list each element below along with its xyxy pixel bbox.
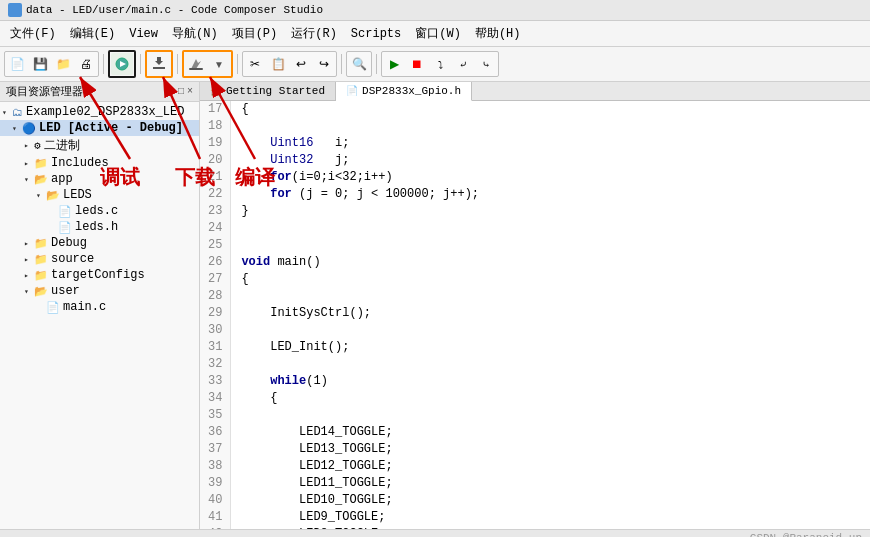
compile-button[interactable]: ▼ [208,53,230,75]
folder-icon: 📁 [34,157,48,170]
tree-item-leds-c[interactable]: 📄 leds.c [0,203,199,219]
tree-item-includes[interactable]: ▸ 📁 Includes [0,155,199,171]
code-line-26: void main() [241,254,860,271]
code-line-19: Uint16 i; [241,135,860,152]
cut-button[interactable]: ✂ [244,53,266,75]
binary-icon: ⚙ [34,139,41,152]
menu-navigate[interactable]: 导航(N) [166,23,224,44]
code-line-35 [241,407,860,424]
menu-help[interactable]: 帮助(H) [469,23,527,44]
arrow-icon: ▸ [24,141,32,150]
tab-label: DSP2833x_Gpio.h [362,85,461,97]
tab-dsp-gpio[interactable]: 📄 DSP2833x_Gpio.h [336,82,472,101]
close-icon[interactable]: × [187,86,193,97]
code-line-42: LED8_TOGGLE; [241,526,860,529]
editor-content[interactable]: 17 18 19 20 21 22 23 24 25 26 27 28 29 3… [200,101,870,529]
led-project-icon: 🔵 [22,122,36,135]
tree-item-debug-folder[interactable]: ▸ 📁 Debug [0,235,199,251]
toolbar-download-group [145,50,173,78]
menu-view[interactable]: View [123,25,164,43]
project-icon: 🗂 [12,106,23,119]
code-line-29: InitSysCtrl(); [241,305,860,322]
new-button[interactable]: 📄 [6,53,28,75]
save-button[interactable]: 💾 [29,53,51,75]
tree-item-binary[interactable]: ▸ ⚙ 二进制 [0,136,199,155]
tree-item-app[interactable]: ▾ 📂 app [0,171,199,187]
step-over-button[interactable]: ⤵ [429,53,451,75]
arrow-icon: ▾ [36,191,44,200]
toolbar-file-group: 📄 💾 📁 🖨 [4,51,99,77]
left-panel: 项目资源管理器 — □ × ▾ 🗂 Example02_DSP2833x_LED… [0,82,200,529]
maximize-icon[interactable]: □ [178,86,184,97]
step-into-button[interactable]: ⤶ [452,53,474,75]
tab-getting-started[interactable]: 🏠 Getting Started [200,82,336,100]
code-line-38: LED12_TOGGLE; [241,458,860,475]
build-button[interactable] [185,53,207,75]
tree-label: 二进制 [44,137,80,154]
tab-label: Getting Started [226,85,325,97]
panel-header-icons: — □ × [169,86,193,97]
redo-button[interactable]: ↪ [313,53,335,75]
download-button[interactable] [148,53,170,75]
tree-item-example02[interactable]: ▾ 🗂 Example02_DSP2833x_LED [0,104,199,120]
code-line-30 [241,322,860,339]
arrow-icon: ▸ [24,159,32,168]
file-icon: 📄 [58,205,72,218]
folder-icon: 📁 [34,253,48,266]
spacer [48,223,56,232]
tree-label: source [51,252,94,266]
undo-button[interactable]: ↩ [290,53,312,75]
stop-button[interactable]: ⏹ [406,53,428,75]
panel-title: 项目资源管理器 [6,84,83,99]
tree-label: user [51,284,80,298]
debug-button[interactable] [111,53,133,75]
print-button[interactable]: 🖨 [75,53,97,75]
tree-item-targetconfigs[interactable]: ▸ 📁 targetConfigs [0,267,199,283]
code-line-28 [241,288,860,305]
tree-label: Includes [51,156,109,170]
code-line-41: LED9_TOGGLE; [241,509,860,526]
code-line-25 [241,237,860,254]
arrow-icon: ▾ [24,175,32,184]
arrow-icon: ▸ [24,255,32,264]
folder-icon: 📂 [46,189,60,202]
line-numbers: 17 18 19 20 21 22 23 24 25 26 27 28 29 3… [200,101,231,529]
getting-started-icon: 🏠 [210,85,222,97]
title-bar: data - LED/user/main.c - Code Composer S… [0,0,870,21]
toolbar-run-group: ▶ ⏹ ⤵ ⤶ ⤷ [381,51,499,77]
tree-item-user-folder[interactable]: ▾ 📂 user [0,283,199,299]
tree-item-main-c[interactable]: 📄 main.c [0,299,199,315]
menu-edit[interactable]: 编辑(E) [64,23,122,44]
menu-scripts[interactable]: Scripts [345,25,407,43]
tree-label: targetConfigs [51,268,145,282]
menu-run[interactable]: 运行(R) [285,23,343,44]
tree-item-leds-folder[interactable]: ▾ 📂 LEDS [0,187,199,203]
tree-item-led[interactable]: ▾ 🔵 LED [Active - Debug] [0,120,199,136]
tree-item-source[interactable]: ▸ 📁 source [0,251,199,267]
step-return-button[interactable]: ⤷ [475,53,497,75]
menu-project[interactable]: 项目(P) [226,23,284,44]
code-line-34: { [241,390,860,407]
toolbar-edit-group: ✂ 📋 ↩ ↪ [242,51,337,77]
minimize-icon[interactable]: — [169,86,175,97]
copy-button[interactable]: 📋 [267,53,289,75]
search-button[interactable]: 🔍 [348,53,370,75]
spacer [48,207,56,216]
code-line-33: while(1) [241,373,860,390]
tree-label: Example02_DSP2833x_LED [26,105,184,119]
run-button[interactable]: ▶ [383,53,405,75]
tree-item-leds-h[interactable]: 📄 leds.h [0,219,199,235]
arrow-icon: ▸ [24,239,32,248]
code-line-17: { [241,101,860,118]
toolbar: 📄 💾 📁 🖨 ▼ ✂ [0,47,870,82]
main-layout: 项目资源管理器 — □ × ▾ 🗂 Example02_DSP2833x_LED… [0,82,870,529]
svg-rect-2 [153,67,165,69]
tree-label: leds.c [75,204,118,218]
right-panel: 🏠 Getting Started 📄 DSP2833x_Gpio.h 17 1… [200,82,870,529]
menu-file[interactable]: 文件(F) [4,23,62,44]
menu-window[interactable]: 窗口(W) [409,23,467,44]
status-bar: CSDN @Paranoid-up [0,529,870,537]
open-button[interactable]: 📁 [52,53,74,75]
svg-rect-4 [157,57,161,62]
code-line-40: LED10_TOGGLE; [241,492,860,509]
